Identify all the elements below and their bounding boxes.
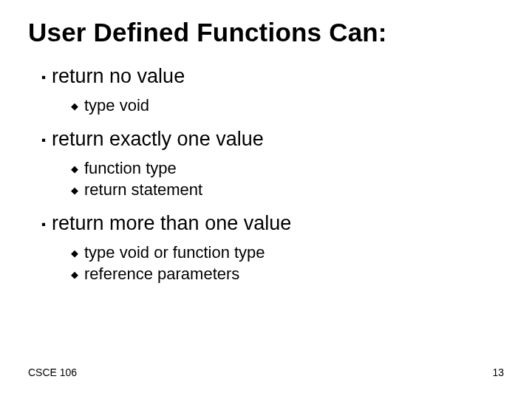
diamond-bullet-icon: ◆ [71, 183, 78, 199]
diamond-bullet-icon: ◆ [71, 161, 78, 177]
list-item: ◆ type void or function type [71, 243, 504, 263]
footer-left: CSCE 106 [28, 366, 77, 378]
list-item-label: return exactly one value [52, 128, 264, 151]
diamond-bullet-icon: ◆ [71, 267, 78, 283]
page-number: 13 [492, 366, 504, 378]
slide-title: User Defined Functions Can: [28, 18, 504, 47]
list-item-label: type void [84, 96, 149, 115]
diamond-bullet-icon: ◆ [71, 98, 78, 115]
list-item: ▪ return more than one value [41, 212, 504, 236]
footer: CSCE 106 13 [28, 366, 504, 378]
sub-list: ◆ type void [41, 96, 504, 116]
square-bullet-icon: ▪ [41, 130, 46, 150]
list-item: ▪ return exactly one value [41, 128, 504, 151]
sub-list: ◆ function type ◆ return statement [41, 159, 504, 200]
square-bullet-icon: ▪ [41, 214, 46, 234]
list-item-label: return more than one value [52, 212, 291, 235]
list-item-label: return no value [52, 65, 185, 88]
list-item-label: reference parameters [84, 265, 239, 284]
content-list: ▪ return no value ◆ type void ▪ return e… [28, 65, 504, 284]
list-item-label: function type [84, 159, 177, 178]
list-item: ◆ function type [71, 159, 504, 179]
list-item-label: return statement [84, 180, 202, 200]
diamond-bullet-icon: ◆ [71, 245, 78, 262]
list-item-label: type void or function type [84, 243, 265, 262]
list-item: ◆ type void [71, 96, 504, 116]
sub-list: ◆ type void or function type ◆ reference… [41, 243, 504, 284]
list-item: ◆ reference parameters [71, 265, 504, 284]
list-item: ◆ return statement [71, 180, 504, 200]
list-item: ▪ return no value [41, 65, 504, 89]
square-bullet-icon: ▪ [41, 67, 46, 87]
